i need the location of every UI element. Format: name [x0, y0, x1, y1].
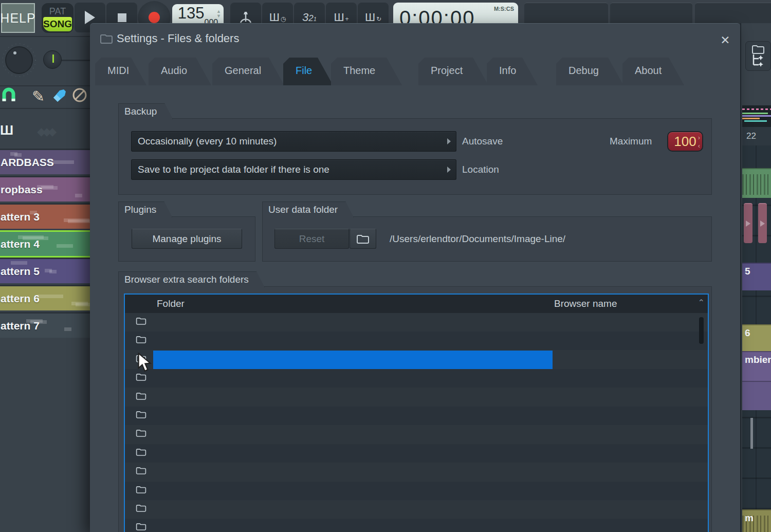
- pattern-clip[interactable]: attern 6: [0, 285, 90, 310]
- user-data-path: /Users/erlendtor/Documents/Image-Line/: [390, 233, 565, 245]
- dropdown-arrow-icon: [447, 167, 451, 173]
- tab-about[interactable]: About: [622, 58, 684, 85]
- tab-debug[interactable]: Debug: [556, 58, 623, 85]
- folder-row[interactable]: [125, 388, 708, 407]
- delete-tool-icon[interactable]: [72, 87, 87, 106]
- pattern-clip[interactable]: attern 7: [0, 312, 90, 338]
- play-icon: [85, 11, 95, 24]
- countdown-321-icon: 321: [302, 11, 317, 24]
- tab-theme[interactable]: Theme: [331, 58, 402, 85]
- piano-keys-icon[interactable]: Ш: [0, 122, 13, 138]
- time-unit-label: M:S:CS: [494, 6, 514, 12]
- pattern-name: ARDBASS: [1, 156, 54, 169]
- pattern-clip[interactable]: attern 4: [0, 230, 90, 256]
- tab-general[interactable]: General: [212, 58, 284, 85]
- tab-project[interactable]: Project: [418, 58, 488, 85]
- folder-icon: [136, 410, 146, 419]
- folder-icon: [356, 234, 370, 244]
- folder-row[interactable]: [125, 500, 708, 519]
- tab-info[interactable]: Info: [487, 58, 538, 85]
- user-data-section-label: User data folder: [262, 201, 354, 217]
- pat-mode-label[interactable]: PAT: [42, 6, 74, 17]
- browser-view-button[interactable]: [745, 41, 771, 71]
- settings-tabs: MIDIAudioGeneralFileThemeProjectInfoDebu…: [95, 58, 738, 85]
- playlist-clip[interactable]: [742, 381, 771, 410]
- song-mode-label[interactable]: SONG: [43, 17, 72, 31]
- column-browser-name: Browser name: [554, 298, 617, 309]
- spinner-arrows-icon[interactable]: ›‹: [698, 134, 700, 150]
- pattern-clip[interactable]: ARDBASS: [0, 149, 90, 174]
- tab-audio[interactable]: Audio: [149, 58, 211, 85]
- folder-row[interactable]: [125, 351, 708, 369]
- folder-icon: [136, 335, 146, 344]
- folder-row[interactable]: [125, 425, 708, 444]
- playlist-grid[interactable]: 56mbienm: [742, 145, 771, 532]
- folder-row[interactable]: [125, 444, 708, 463]
- pattern-clip[interactable]: attern 5: [0, 258, 90, 283]
- folder-icon: [136, 504, 146, 512]
- playlist-overview[interactable]: [742, 105, 771, 127]
- folder-row[interactable]: [125, 463, 708, 481]
- automation-clip[interactable]: [758, 203, 767, 243]
- scroll-up-icon[interactable]: ⌃: [698, 298, 705, 307]
- playlist-clip[interactable]: 6: [742, 324, 771, 351]
- tab-midi[interactable]: MIDI: [95, 58, 146, 85]
- folder-icon: [751, 44, 765, 54]
- playlist-clip[interactable]: m: [742, 509, 771, 532]
- folder-icon: [136, 392, 146, 400]
- stem-line: [750, 418, 753, 449]
- keyboard-loop-icon: Ш↻: [365, 11, 381, 24]
- pattern-name: attern 6: [1, 292, 40, 305]
- folder-icon: [136, 522, 146, 531]
- left-panel: ✎ Ш ⬥⬥⬥ ARDBASSropbassattern 3attern 4at…: [0, 36, 90, 532]
- clip-label: m: [745, 512, 754, 524]
- maximum-label: Maximum: [610, 136, 652, 147]
- snap-magnet-icon[interactable]: [1, 87, 16, 106]
- paint-tool-icon[interactable]: [51, 87, 68, 107]
- playlist-strip: 22 56mbienm: [740, 23, 771, 532]
- folder-icon: [136, 485, 146, 494]
- tempo-spinner[interactable]: ▲▼: [216, 9, 221, 19]
- automation-clip[interactable]: [744, 203, 752, 243]
- manage-plugins-button[interactable]: Manage plugins: [132, 229, 242, 249]
- selected-folder-input[interactable]: [153, 351, 553, 369]
- pat-song-toggle[interactable]: PAT SONG: [42, 3, 74, 33]
- pan-slider[interactable]: [43, 50, 62, 69]
- user-data-section: User data folder Reset /Users/erlendtor/…: [262, 216, 712, 262]
- browse-folder-button[interactable]: [350, 229, 376, 249]
- autosave-label: Autosave: [462, 136, 503, 147]
- location-dropdown[interactable]: Save to the project data folder if there…: [131, 159, 456, 180]
- help-panel[interactable]: HELP: [1, 3, 35, 33]
- master-volume-knob[interactable]: [1, 42, 37, 80]
- settings-dialog: Settings - Files & folders ✕ MIDIAudioGe…: [90, 23, 740, 532]
- pattern-clip[interactable]: attern 3: [0, 203, 90, 229]
- clip-label: mbien: [745, 354, 771, 365]
- folder-row[interactable]: [125, 313, 708, 332]
- close-icon[interactable]: ✕: [718, 33, 732, 47]
- pattern-clip[interactable]: ropbass: [0, 176, 90, 201]
- folder-row[interactable]: [125, 519, 708, 532]
- location-label: Location: [462, 164, 499, 175]
- autosave-dropdown[interactable]: Occasionally (every 10 minutes): [131, 131, 456, 152]
- record-icon: [149, 12, 160, 23]
- playlist-clip[interactable]: 5: [742, 263, 771, 290]
- backup-section: Backup Occasionally (every 10 minutes) A…: [118, 118, 712, 195]
- playlist-clip[interactable]: [742, 168, 771, 198]
- folder-row[interactable]: [125, 332, 708, 350]
- folder-row[interactable]: [125, 407, 708, 425]
- dropdown-arrow-icon: [447, 138, 451, 144]
- plugins-section-label: Plugins: [118, 201, 172, 217]
- maximum-backups-spinner[interactable]: 100 ›‹: [667, 131, 703, 152]
- scrollbar-thumb[interactable]: [699, 317, 704, 344]
- search-folders-table[interactable]: Folder Browser name ⌃: [124, 293, 709, 532]
- playlist-clip[interactable]: mbien: [742, 351, 771, 381]
- folder-row[interactable]: [125, 482, 708, 500]
- pattern-name: attern 5: [1, 265, 40, 278]
- clip-label: 6: [745, 327, 750, 339]
- tab-file[interactable]: File: [283, 58, 333, 85]
- folder-row[interactable]: [125, 369, 708, 388]
- pencil-tool-icon[interactable]: ✎: [32, 87, 45, 105]
- reset-button[interactable]: Reset: [274, 229, 349, 249]
- stop-icon: [118, 13, 126, 22]
- tree-stars-icon: [750, 54, 766, 68]
